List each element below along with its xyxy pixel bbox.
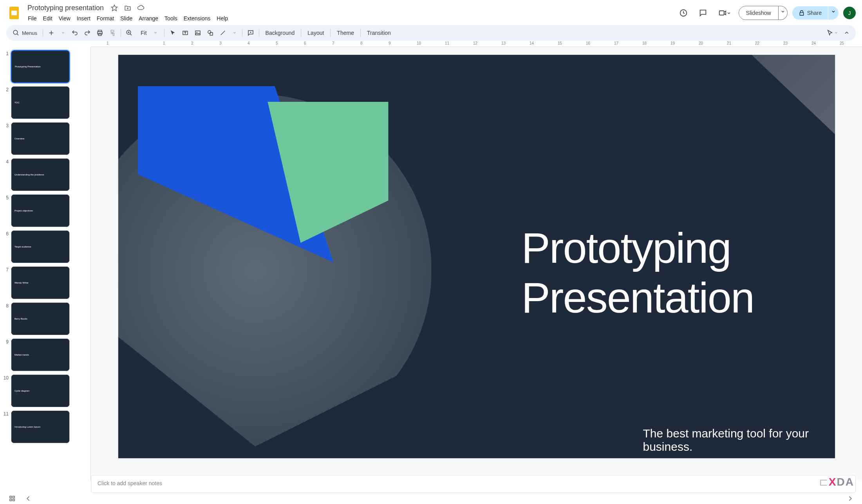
menu-extensions[interactable]: Extensions bbox=[181, 14, 213, 23]
grid-view-button[interactable] bbox=[6, 493, 18, 504]
slide-thumbnail[interactable]: Market trends bbox=[11, 338, 70, 371]
thumb-number: 1 bbox=[2, 50, 11, 56]
menu-view[interactable]: View bbox=[56, 14, 73, 23]
slide-canvas[interactable]: Prototyping Presentation The best market… bbox=[118, 55, 835, 458]
speaker-notes[interactable]: Click to add speaker notes bbox=[91, 475, 856, 493]
ruler-tick: 15 bbox=[558, 41, 562, 45]
explore-button[interactable] bbox=[23, 493, 34, 504]
share-dropdown[interactable] bbox=[828, 6, 839, 20]
slide-thumbnail[interactable]: Project objectives bbox=[11, 194, 70, 227]
ruler-tick: 3 bbox=[219, 41, 222, 45]
svg-point-13 bbox=[208, 31, 211, 34]
slide-thumbnail[interactable]: Prototyping Presentation bbox=[11, 50, 70, 83]
lock-icon bbox=[799, 10, 805, 16]
thumb-number: 5 bbox=[2, 194, 11, 201]
svg-marker-2 bbox=[112, 5, 117, 11]
history-icon[interactable] bbox=[676, 5, 691, 20]
menu-tools[interactable]: Tools bbox=[162, 14, 180, 23]
slide-thumbnail[interactable]: Understanding the problems bbox=[11, 158, 70, 191]
account-avatar[interactable]: J bbox=[843, 7, 856, 19]
zoom-dropdown[interactable]: Fit bbox=[136, 28, 162, 38]
ruler-tick: 12 bbox=[473, 41, 477, 45]
slide-title-text[interactable]: Prototyping Presentation bbox=[522, 223, 754, 322]
comment-button[interactable] bbox=[245, 27, 257, 39]
slide-thumbnail[interactable]: Wendy Writer bbox=[11, 266, 70, 299]
vertical-ruler bbox=[81, 47, 91, 481]
background-button[interactable]: Background bbox=[262, 27, 299, 38]
menu-insert[interactable]: Insert bbox=[74, 14, 93, 23]
select-tool-button[interactable] bbox=[167, 27, 179, 39]
slide-thumbnail[interactable]: Cycle diagram bbox=[11, 374, 70, 407]
line-dropdown[interactable] bbox=[230, 29, 240, 37]
ruler-tick: 23 bbox=[783, 41, 788, 45]
slideshow-dropdown[interactable] bbox=[779, 6, 788, 20]
zoom-tool-button[interactable] bbox=[123, 27, 135, 39]
share-button[interactable]: Share bbox=[792, 6, 828, 20]
slide-thumbnail[interactable]: Introducing Lorem Ipsum bbox=[11, 410, 70, 443]
slide-subtitle-text[interactable]: The best marketing tool for your busines… bbox=[643, 427, 835, 453]
bottom-bar bbox=[0, 493, 862, 504]
ruler-tick: 16 bbox=[586, 41, 590, 45]
menu-edit[interactable]: Edit bbox=[40, 14, 55, 23]
thumb-number: 8 bbox=[2, 302, 11, 309]
thumb-title: Wendy Writer bbox=[11, 267, 69, 299]
thumb-title: TOC bbox=[11, 87, 69, 119]
filmstrip[interactable]: 1Prototyping Presentation2TOC3Overview4U… bbox=[0, 47, 81, 481]
thumb-number: 3 bbox=[2, 122, 11, 128]
ruler-tick: 19 bbox=[670, 41, 675, 45]
document-title[interactable]: Prototyping presentation bbox=[25, 3, 106, 13]
new-slide-button[interactable] bbox=[45, 27, 57, 39]
ruler-tick: 9 bbox=[389, 41, 391, 45]
menu-bar: File Edit View Insert Format Slide Arran… bbox=[25, 14, 676, 23]
menu-file[interactable]: File bbox=[25, 14, 40, 23]
menu-slide[interactable]: Slide bbox=[117, 14, 135, 23]
image-button[interactable] bbox=[192, 27, 204, 39]
print-button[interactable] bbox=[94, 27, 106, 39]
menu-arrange[interactable]: Arrange bbox=[136, 14, 161, 23]
thumb-number: 10 bbox=[2, 374, 11, 381]
hide-menus-button[interactable] bbox=[841, 27, 853, 39]
layout-button[interactable]: Layout bbox=[304, 27, 328, 38]
transition-button[interactable]: Transition bbox=[363, 27, 395, 38]
ruler-tick: 25 bbox=[840, 41, 844, 45]
watermark: ⊏XDA bbox=[819, 475, 854, 488]
slide-thumbnail[interactable]: Berry Books bbox=[11, 302, 70, 335]
slide-thumbnail[interactable]: TOC bbox=[11, 86, 70, 119]
slide-thumbnail[interactable]: Target audience bbox=[11, 230, 70, 263]
ruler-tick: 6 bbox=[304, 41, 306, 45]
svg-rect-17 bbox=[10, 499, 12, 501]
thumb-title: Berry Books bbox=[11, 303, 69, 335]
shape-button[interactable] bbox=[204, 27, 216, 39]
slide-corner-graphic bbox=[678, 55, 835, 153]
move-icon[interactable] bbox=[123, 3, 133, 13]
redo-button[interactable] bbox=[81, 27, 93, 39]
new-slide-dropdown[interactable] bbox=[58, 29, 68, 37]
slide-thumbnail[interactable]: Overview bbox=[11, 122, 70, 155]
slideshow-button[interactable]: Slideshow bbox=[739, 6, 779, 20]
thumb-title: Overview bbox=[11, 123, 69, 155]
ruler-tick: 14 bbox=[529, 41, 534, 45]
paint-format-button[interactable] bbox=[107, 27, 118, 39]
meet-icon[interactable] bbox=[715, 5, 734, 20]
explore-side-button[interactable] bbox=[844, 493, 856, 504]
star-icon[interactable] bbox=[109, 3, 119, 13]
ruler-tick: 5 bbox=[276, 41, 278, 45]
thumb-row: 2TOC bbox=[2, 86, 78, 119]
undo-button[interactable] bbox=[69, 27, 81, 39]
menu-format[interactable]: Format bbox=[94, 14, 117, 23]
line-button[interactable] bbox=[217, 27, 229, 39]
svg-rect-4 bbox=[719, 11, 724, 15]
slide-title-line2: Presentation bbox=[522, 273, 754, 323]
theme-button[interactable]: Theme bbox=[333, 27, 358, 38]
ruler-tick: 4 bbox=[248, 41, 250, 45]
mode-dropdown[interactable] bbox=[824, 27, 840, 39]
slides-logo[interactable] bbox=[6, 5, 22, 21]
thumb-title: Understanding the problems bbox=[11, 159, 69, 191]
svg-point-5 bbox=[13, 30, 18, 34]
menu-help[interactable]: Help bbox=[214, 14, 231, 23]
comments-icon[interactable] bbox=[696, 5, 710, 20]
search-menus[interactable]: Menus bbox=[9, 28, 40, 38]
textbox-button[interactable] bbox=[179, 27, 191, 39]
cloud-status-icon[interactable] bbox=[136, 3, 146, 13]
thumb-title: Cycle diagram bbox=[11, 375, 69, 407]
